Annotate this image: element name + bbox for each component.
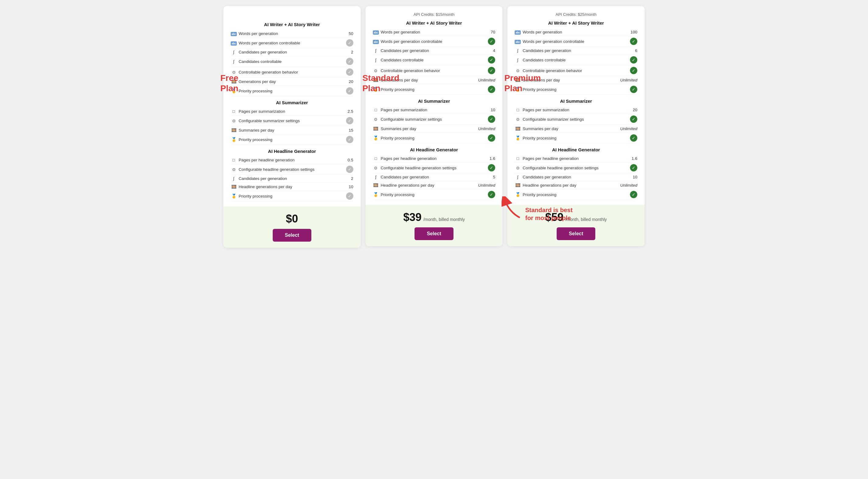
price-main: $0 [286,212,298,225]
check-green-icon: ✓ [630,67,637,74]
feature-name-text: Candidates controllable [523,58,565,62]
api-credits-label: API Credits: $25/month [515,12,637,17]
free-select-button[interactable]: Select [273,229,311,242]
feature-name-text: Candidates controllable [381,58,424,62]
feature-row: abcWords per generation100 [515,28,637,36]
feature-name-text: Headline generations per day [239,184,292,189]
feature-row: ⊙Configurable summarizer settings✓ [515,114,637,125]
feature-name-text: Controllable generation behavior [523,68,582,73]
check-green-icon: ✓ [488,86,495,93]
abc-icon: abc [373,30,379,35]
check-gray-icon: ✓ [346,58,353,65]
standard-select-button[interactable]: Select [414,227,453,240]
film-icon: 🎞️ [373,126,379,131]
feature-name-text: Pages per summarization [523,108,569,112]
medal-icon: 🥇 [373,136,379,140]
feature-row: 🥇Priority processing✓ [515,190,637,200]
section-title-2: AI Headline Generator [231,149,353,154]
plan-card-standard: Standard PlanAPI Credits: $15/monthAI Wr… [366,6,503,246]
feature-name-text: Words per generation [239,31,278,36]
feature-value: 10 [335,184,353,189]
feature-name-text: Controllable generation behavior [239,70,298,74]
feature-name-text: Words per generation controllable [239,41,300,45]
feature-symbol-icon: ∫ [231,176,237,181]
feature-value: Unlimited [619,78,637,82]
feature-name-text: Pages per summarization [381,108,427,112]
feature-value: 2.5 [335,109,353,114]
price-suffix: /month, billed monthly [565,217,607,222]
feature-symbol-icon: ⊙ [373,166,379,170]
feature-symbol-icon: ⊙ [373,117,379,122]
abc-icon: abc [231,32,237,36]
feature-symbol-icon: ∫ [231,59,237,64]
feature-row: ∫Candidates controllable✓ [515,55,637,65]
check-green-icon: ✓ [630,56,637,64]
medal-icon: 🥇 [515,192,521,197]
feature-symbol-icon: ∫ [515,175,521,179]
section-title-2: AI Headline Generator [373,147,495,152]
feature-name-text: Priority processing [239,194,272,199]
feature-row: □Pages per summarization20 [515,106,637,114]
feature-symbol-icon: ⊙ [515,68,521,73]
feature-row: □Pages per summarization2.5 [231,108,353,115]
section-title-0: AI Writer + AI Story Writer [373,20,495,26]
feature-value: 5 [477,175,495,179]
price-section: $59/month, billed monthlySelect [507,205,645,246]
feature-symbol-icon: ∫ [373,175,379,179]
feature-row: ∫Candidates per generation10 [515,173,637,181]
check-green-icon: ✓ [630,191,637,198]
feature-value: 20 [619,108,637,112]
feature-name-text: Candidates per generation [239,176,287,181]
check-green-icon: ✓ [488,164,495,171]
feature-row: 🥇Priority processing✓ [515,133,637,143]
feature-name-text: Pages per summarization [239,109,285,114]
feature-row: 🎞️Summaries per dayUnlimited [373,125,495,133]
feature-row: 🎞️Headline generations per dayUnlimited [373,181,495,190]
check-gray-icon: ✓ [346,193,353,200]
feature-name-text: Priority processing [381,193,414,197]
feature-name-text: Priority processing [381,136,414,140]
feature-value: Unlimited [619,127,637,131]
feature-row: ⊙Controllable generation behavior✓ [231,67,353,77]
feature-symbol-icon: □ [515,108,521,112]
feature-value: Unlimited [477,127,495,131]
feature-name-text: Priority processing [523,193,556,197]
feature-symbol-icon: □ [231,109,237,114]
feature-symbol-icon: ⊙ [515,166,521,170]
feature-value: 10 [477,108,495,112]
feature-row: 🎞️Headline generations per dayUnlimited [515,181,637,190]
feature-value: 2 [335,50,353,55]
feature-symbol-icon: ⊙ [231,118,237,123]
check-green-icon: ✓ [630,134,637,142]
medal-icon: 🥇 [231,137,237,142]
feature-value: 100 [619,30,637,34]
price-main: $39 [403,211,422,224]
feature-name-text: Configurable summarizer settings [381,117,442,122]
feature-name-text: Summaries per day [239,128,274,133]
feature-name-text: Priority processing [239,137,272,142]
check-gray-icon: ✓ [346,39,353,46]
feature-name-text: Controllable generation behavior [381,68,440,73]
feature-row: ⊙Configurable summarizer settings✓ [373,114,495,125]
feature-name-text: Words per generation [523,30,562,34]
feature-value: 1.6 [477,156,495,161]
feature-name-text: Configurable headline generation setting… [381,166,457,170]
feature-name-text: Pages per headline generation [381,156,437,161]
feature-name-text: Words per generation [381,30,420,34]
feature-row: abcWords per generation70 [373,28,495,36]
check-gray-icon: ✓ [346,87,353,95]
feature-name-text: Candidates per generation [523,48,571,53]
feature-row: ∫Candidates per generation4 [373,47,495,55]
feature-row: abcWords per generation controllable✓ [231,38,353,48]
feature-name-text: Headline generations per day [523,183,576,187]
feature-row: ∫Candidates per generation2 [231,175,353,183]
feature-name-text: Generations per day [239,79,276,84]
premium-select-button[interactable]: Select [557,227,595,240]
section-title-2: AI Headline Generator [515,147,637,152]
feature-row: abcWords per generation controllable✓ [515,36,637,47]
feature-row: □Pages per headline generation1.6 [373,155,495,163]
plan-card-free: Free PlanAI Writer + AI Story WriterabcW… [223,6,361,248]
feature-row: abcWords per generation controllable✓ [373,36,495,47]
feature-name-text: Priority processing [239,89,272,93]
feature-value: Unlimited [477,183,495,187]
